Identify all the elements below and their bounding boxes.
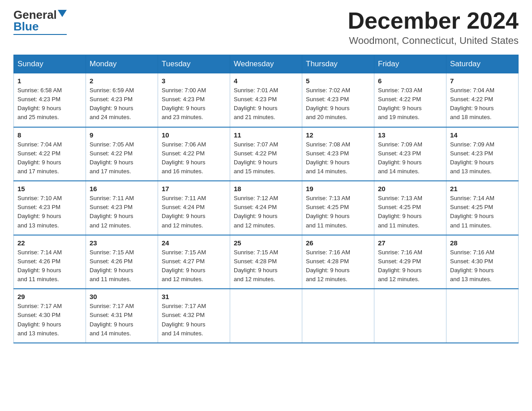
- day-number: 9: [90, 131, 154, 139]
- calendar-cell: 16Sunrise: 7:11 AMSunset: 4:23 PMDayligh…: [86, 181, 158, 235]
- day-number: 17: [162, 185, 226, 193]
- calendar-cell: 3Sunrise: 7:00 AMSunset: 4:23 PMDaylight…: [158, 73, 230, 127]
- day-number: 26: [306, 239, 370, 247]
- day-info: Sunrise: 7:04 AMSunset: 4:22 PMDaylight:…: [450, 86, 515, 122]
- weekday-header-sunday: Sunday: [14, 55, 86, 73]
- day-info: Sunrise: 7:15 AMSunset: 4:27 PMDaylight:…: [162, 248, 226, 284]
- day-number: 19: [306, 185, 370, 193]
- calendar-cell: 6Sunrise: 7:03 AMSunset: 4:22 PMDaylight…: [374, 73, 446, 127]
- month-title: December 2024: [348, 9, 519, 32]
- day-info: Sunrise: 7:15 AMSunset: 4:28 PMDaylight:…: [234, 248, 298, 284]
- day-info: Sunrise: 7:10 AMSunset: 4:23 PMDaylight:…: [17, 194, 82, 230]
- day-number: 5: [306, 77, 370, 85]
- day-number: 13: [378, 131, 442, 139]
- day-info: Sunrise: 7:01 AMSunset: 4:23 PMDaylight:…: [234, 86, 298, 122]
- week-row-4: 22Sunrise: 7:14 AMSunset: 4:26 PMDayligh…: [14, 235, 519, 289]
- day-number: 21: [450, 185, 515, 193]
- calendar-cell: 7Sunrise: 7:04 AMSunset: 4:22 PMDaylight…: [446, 73, 519, 127]
- day-number: 15: [17, 185, 82, 193]
- day-number: 14: [450, 131, 515, 139]
- calendar-cell: 20Sunrise: 7:13 AMSunset: 4:25 PMDayligh…: [374, 181, 446, 235]
- day-number: 23: [90, 239, 154, 247]
- day-info: Sunrise: 7:16 AMSunset: 4:29 PMDaylight:…: [378, 248, 442, 284]
- weekday-header-tuesday: Tuesday: [158, 55, 230, 73]
- calendar-cell: 29Sunrise: 7:17 AMSunset: 4:30 PMDayligh…: [14, 289, 86, 343]
- calendar-cell: 15Sunrise: 7:10 AMSunset: 4:23 PMDayligh…: [14, 181, 86, 235]
- calendar-table: SundayMondayTuesdayWednesdayThursdayFrid…: [13, 55, 519, 343]
- day-info: Sunrise: 7:08 AMSunset: 4:23 PMDaylight:…: [306, 140, 370, 176]
- day-number: 31: [162, 293, 226, 300]
- day-info: Sunrise: 7:15 AMSunset: 4:26 PMDaylight:…: [90, 248, 154, 284]
- weekday-header-saturday: Saturday: [446, 55, 519, 73]
- day-info: Sunrise: 7:09 AMSunset: 4:23 PMDaylight:…: [378, 140, 442, 176]
- logo-divider: [13, 34, 67, 35]
- day-info: Sunrise: 7:13 AMSunset: 4:25 PMDaylight:…: [378, 194, 442, 230]
- day-info: Sunrise: 7:07 AMSunset: 4:22 PMDaylight:…: [234, 140, 298, 176]
- day-info: Sunrise: 6:58 AMSunset: 4:23 PMDaylight:…: [17, 86, 82, 122]
- day-number: 20: [378, 185, 442, 193]
- logo: General Blue: [13, 9, 67, 35]
- calendar-cell: 9Sunrise: 7:05 AMSunset: 4:22 PMDaylight…: [86, 127, 158, 181]
- header: General Blue December 2024 Woodmont, Con…: [13, 9, 519, 47]
- day-info: Sunrise: 7:03 AMSunset: 4:22 PMDaylight:…: [378, 86, 442, 122]
- calendar-cell: 26Sunrise: 7:16 AMSunset: 4:28 PMDayligh…: [302, 235, 374, 289]
- day-info: Sunrise: 7:14 AMSunset: 4:26 PMDaylight:…: [17, 248, 82, 284]
- day-info: Sunrise: 7:16 AMSunset: 4:28 PMDaylight:…: [306, 248, 370, 284]
- day-info: Sunrise: 7:17 AMSunset: 4:32 PMDaylight:…: [162, 302, 226, 338]
- day-info: Sunrise: 7:04 AMSunset: 4:22 PMDaylight:…: [17, 140, 82, 176]
- calendar-cell: 22Sunrise: 7:14 AMSunset: 4:26 PMDayligh…: [14, 235, 86, 289]
- location-title: Woodmont, Connecticut, United States: [348, 35, 519, 47]
- calendar-cell: 12Sunrise: 7:08 AMSunset: 4:23 PMDayligh…: [302, 127, 374, 181]
- day-number: 16: [90, 185, 154, 193]
- calendar-cell: 5Sunrise: 7:02 AMSunset: 4:23 PMDaylight…: [302, 73, 374, 127]
- day-number: 27: [378, 239, 442, 247]
- day-number: 1: [17, 77, 82, 85]
- calendar-cell: 18Sunrise: 7:12 AMSunset: 4:24 PMDayligh…: [230, 181, 302, 235]
- calendar-cell: [230, 289, 302, 343]
- day-number: 12: [306, 131, 370, 139]
- day-number: 30: [90, 293, 154, 300]
- day-number: 18: [234, 185, 298, 193]
- logo-general-text: General: [13, 9, 57, 21]
- day-info: Sunrise: 7:06 AMSunset: 4:22 PMDaylight:…: [162, 140, 226, 176]
- day-info: Sunrise: 7:02 AMSunset: 4:23 PMDaylight:…: [306, 86, 370, 122]
- day-info: Sunrise: 7:17 AMSunset: 4:30 PMDaylight:…: [17, 302, 82, 338]
- week-row-3: 15Sunrise: 7:10 AMSunset: 4:23 PMDayligh…: [14, 181, 519, 235]
- day-info: Sunrise: 7:00 AMSunset: 4:23 PMDaylight:…: [162, 86, 226, 122]
- week-row-1: 1Sunrise: 6:58 AMSunset: 4:23 PMDaylight…: [14, 73, 519, 127]
- day-info: Sunrise: 7:11 AMSunset: 4:23 PMDaylight:…: [90, 194, 154, 230]
- calendar-cell: 25Sunrise: 7:15 AMSunset: 4:28 PMDayligh…: [230, 235, 302, 289]
- calendar-cell: 30Sunrise: 7:17 AMSunset: 4:31 PMDayligh…: [86, 289, 158, 343]
- day-info: Sunrise: 7:17 AMSunset: 4:31 PMDaylight:…: [90, 302, 154, 338]
- calendar-cell: [446, 289, 519, 343]
- calendar-cell: 1Sunrise: 6:58 AMSunset: 4:23 PMDaylight…: [14, 73, 86, 127]
- day-info: Sunrise: 7:05 AMSunset: 4:22 PMDaylight:…: [90, 140, 154, 176]
- day-info: Sunrise: 7:12 AMSunset: 4:24 PMDaylight:…: [234, 194, 298, 230]
- day-number: 24: [162, 239, 226, 247]
- day-number: 3: [162, 77, 226, 85]
- day-number: 10: [162, 131, 226, 139]
- calendar-cell: 10Sunrise: 7:06 AMSunset: 4:22 PMDayligh…: [158, 127, 230, 181]
- calendar-cell: 8Sunrise: 7:04 AMSunset: 4:22 PMDaylight…: [14, 127, 86, 181]
- weekday-header-thursday: Thursday: [302, 55, 374, 73]
- logo-blue-text: Blue: [13, 21, 39, 32]
- calendar-cell: 31Sunrise: 7:17 AMSunset: 4:32 PMDayligh…: [158, 289, 230, 343]
- calendar-cell: 11Sunrise: 7:07 AMSunset: 4:22 PMDayligh…: [230, 127, 302, 181]
- calendar-cell: 14Sunrise: 7:09 AMSunset: 4:23 PMDayligh…: [446, 127, 519, 181]
- calendar-cell: [374, 289, 446, 343]
- weekday-header-wednesday: Wednesday: [230, 55, 302, 73]
- title-area: December 2024 Woodmont, Connecticut, Uni…: [348, 9, 519, 47]
- calendar-cell: 17Sunrise: 7:11 AMSunset: 4:24 PMDayligh…: [158, 181, 230, 235]
- calendar-cell: 19Sunrise: 7:13 AMSunset: 4:25 PMDayligh…: [302, 181, 374, 235]
- day-info: Sunrise: 7:09 AMSunset: 4:23 PMDaylight:…: [450, 140, 515, 176]
- week-row-2: 8Sunrise: 7:04 AMSunset: 4:22 PMDaylight…: [14, 127, 519, 181]
- calendar-cell: [302, 289, 374, 343]
- day-info: Sunrise: 7:11 AMSunset: 4:24 PMDaylight:…: [162, 194, 226, 230]
- calendar-cell: 23Sunrise: 7:15 AMSunset: 4:26 PMDayligh…: [86, 235, 158, 289]
- day-number: 22: [17, 239, 82, 247]
- weekday-header-friday: Friday: [374, 55, 446, 73]
- calendar-cell: 2Sunrise: 6:59 AMSunset: 4:23 PMDaylight…: [86, 73, 158, 127]
- calendar-cell: 4Sunrise: 7:01 AMSunset: 4:23 PMDaylight…: [230, 73, 302, 127]
- day-info: Sunrise: 7:16 AMSunset: 4:30 PMDaylight:…: [450, 248, 515, 284]
- day-number: 11: [234, 131, 298, 139]
